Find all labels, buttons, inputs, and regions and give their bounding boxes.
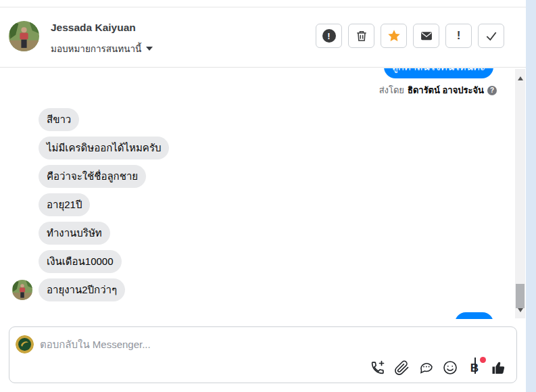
report-icon: ! [322, 29, 336, 43]
scroll-up-icon [518, 76, 523, 80]
attach-file-icon[interactable] [393, 360, 410, 376]
conversation-actions-toolbar: ! ! [316, 24, 504, 48]
message-row: สีขาว [12, 108, 169, 131]
reply-input[interactable] [40, 335, 378, 353]
scroll-down-button[interactable] [515, 305, 525, 316]
help-icon[interactable]: ? [487, 86, 497, 95]
incoming-message-bubble: อายุงาน2ปีกว่าๆ [39, 278, 125, 301]
emoji-icon[interactable] [442, 360, 458, 376]
delete-icon [355, 29, 368, 43]
message-row: อายุ21ปี [12, 193, 169, 216]
window-edge-strip [526, 0, 536, 392]
incoming-message-bubble: ทำงานบริษัท [39, 222, 110, 245]
mark-as-important-button[interactable]: ! [445, 24, 472, 48]
mark-as-unread-icon [420, 29, 433, 43]
incoming-message-bubble: เงินเดือน10000 [39, 250, 122, 273]
sender-photo [12, 280, 32, 300]
saved-replies-icon[interactable] [418, 360, 434, 376]
contact-name: Jessada Kaiyuan [51, 22, 136, 34]
like-icon[interactable] [491, 360, 507, 376]
delete-button[interactable] [348, 24, 374, 48]
avatar-spacer [12, 280, 32, 300]
chevron-down-icon [146, 47, 153, 51]
sent-by-name: ธิดารัตน์ อาจประจัน [408, 83, 484, 97]
sent-by-prefix: ส่งโดย [379, 83, 404, 97]
chat-scrollbar[interactable] [515, 69, 525, 318]
messenger-inbox-window: Jessada Kaiyuan มอบหมายการสนทนานี้ ! [0, 0, 536, 392]
reply-composer[interactable]: B [9, 326, 517, 383]
incoming-message-bubble: สีขาว [39, 108, 79, 131]
conversation-header: Jessada Kaiyuan มอบหมายการสนทนานี้ ! [0, 7, 526, 68]
mark-as-important-icon: ! [457, 29, 461, 43]
message-row: คือว่าจะใช้ชื่อลูกชาย [12, 165, 169, 188]
message-list: สีขาว ไม่มีเครดิษออกได้ไหมครับ คือว่าจะใ… [12, 108, 169, 301]
contact-photo [9, 21, 39, 51]
follow-up-star-icon [387, 28, 401, 43]
payment-baht-icon[interactable]: B [466, 360, 483, 376]
assign-conversation-dropdown[interactable]: มอบหมายการสนทนานี้ [51, 41, 153, 56]
scroll-up-button[interactable] [515, 73, 525, 84]
conversation-area: ลูกค้าสนใจคันไหนคะ ส่งโดย ธิดารัตน์ อาจป… [0, 68, 526, 319]
mark-as-done-icon [485, 29, 498, 43]
sender-avatar[interactable] [12, 280, 32, 300]
notification-dot [480, 357, 486, 363]
mark-as-unread-button[interactable] [413, 24, 439, 48]
incoming-message-bubble: ไม่มีเครดิษออกได้ไหมครับ [39, 137, 169, 160]
incoming-message-bubble: อายุ21ปี [39, 193, 90, 216]
message-row: ทำงานบริษัท [12, 222, 169, 245]
report-button[interactable]: ! [316, 24, 342, 48]
mark-as-done-button[interactable] [478, 24, 504, 48]
page-logo [16, 335, 34, 353]
sent-by-line: ส่งโดย ธิดารัตน์ อาจประจัน ? [379, 83, 497, 97]
outgoing-message-bubble-partial [455, 312, 493, 319]
message-row: ไม่มีเครดิษออกได้ไหมครับ [12, 137, 169, 160]
page-logo-emblem [16, 335, 34, 353]
start-call-icon[interactable] [369, 360, 385, 376]
scroll-down-icon [518, 308, 523, 312]
outgoing-message-bubble: ลูกค้าสนใจคันไหนคะ [384, 68, 493, 78]
follow-up-button[interactable] [381, 24, 407, 48]
composer-toolbar: B [369, 360, 507, 376]
assign-conversation-label: มอบหมายการสนทนานี้ [51, 41, 141, 56]
baht-bar [474, 358, 476, 374]
message-row: อายุงาน2ปีกว่าๆ [12, 278, 169, 301]
incoming-message-bubble: คือว่าจะใช้ชื่อลูกชาย [39, 165, 146, 188]
message-row: เงินเดือน10000 [12, 250, 169, 273]
contact-avatar[interactable] [9, 21, 39, 51]
